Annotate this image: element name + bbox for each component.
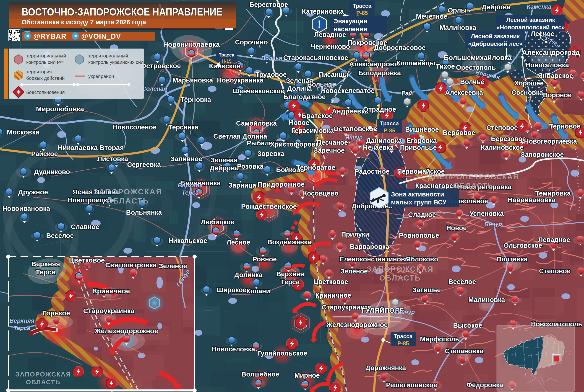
svg-text:малых групп ВСУ: малых групп ВСУ [391, 199, 447, 206]
svg-text:Берестовое: Берестовое [249, 1, 288, 8]
svg-text:Еленоконстантиновка: Еленоконстантиновка [340, 256, 412, 263]
svg-text:Успеновка: Успеновка [469, 210, 504, 217]
svg-text:населения: населения [334, 26, 367, 32]
svg-text:Малиновка: Малиновка [440, 24, 476, 31]
svg-text:Калиновское: Калиновское [481, 144, 523, 151]
svg-text:Верхняя: Верхняя [178, 182, 203, 189]
svg-text:Долинка: Долинка [234, 271, 262, 278]
svg-text:Лесной заказник: Лесной заказник [506, 16, 555, 23]
svg-text:Затишье: Затишье [412, 286, 441, 294]
svg-text:Цветковое: Цветковое [69, 256, 105, 264]
svg-text:Криничное: Криничное [316, 292, 351, 299]
svg-text:Придорожное: Придорожное [257, 180, 305, 188]
svg-text:Гай: Гай [402, 90, 413, 97]
svg-text:Трасса: Трасса [353, 3, 372, 9]
svg-text:Старокасьяновское: Старокасьяновское [283, 54, 348, 61]
svg-text:Левадное: Левадное [538, 236, 570, 244]
svg-text:Черненково: Черненково [311, 43, 350, 50]
svg-text:Терновка: Терновка [180, 96, 211, 103]
svg-text:Лесное: Лесное [226, 238, 250, 246]
svg-text:Терноватое: Терноватое [296, 164, 335, 171]
svg-text:Р-85: Р-85 [397, 340, 409, 346]
svg-text:Березовое: Березовое [491, 135, 526, 142]
svg-text:Богодаровка: Богодаровка [358, 69, 401, 76]
svg-text:@VOIN_DV: @VOIN_DV [81, 32, 121, 40]
svg-text:Орлы: Орлы [448, 6, 467, 14]
svg-text:Весёлое: Весёлое [448, 278, 476, 285]
svg-text:контроль украинских сил: контроль украинских сил [88, 60, 144, 65]
svg-text:Темировка: Темировка [535, 190, 571, 197]
svg-text:Новосоленое: Новосоленое [113, 124, 156, 131]
svg-text:Диброва: Диброва [482, 4, 510, 11]
svg-text:Сергеевка: Сергеевка [127, 161, 161, 168]
svg-text:Коломийцы: Коломийцы [397, 60, 435, 67]
svg-text:Орестополь: Орестополь [456, 64, 496, 71]
svg-text:Новоивановка: Новоивановка [508, 196, 556, 204]
svg-text:Варваровка: Варваровка [350, 243, 389, 250]
svg-text:Новониколаевка: Новониколаевка [163, 40, 220, 48]
svg-text:Степовое: Степовое [486, 124, 518, 131]
svg-text:Сладкое: Сладкое [408, 211, 436, 218]
svg-text:Нечаевка: Нечаевка [363, 144, 394, 151]
svg-text:Никольское: Никольское [168, 237, 207, 244]
svg-text:ЗАПОРОЖСКАЯ: ЗАПОРОЖСКАЯ [15, 371, 71, 378]
svg-text:Диброва: Диброва [210, 164, 238, 172]
svg-text:Волчье: Волчье [460, 78, 484, 86]
svg-text:Марьяновка: Марьяновка [173, 76, 213, 84]
svg-text:территориальный: территориальный [88, 53, 128, 58]
svg-text:Герасимовка: Герасимовка [291, 127, 334, 134]
svg-text:Даниловка: Даниловка [366, 137, 402, 144]
svg-text:Шевченковское: Шевченковское [233, 87, 284, 94]
svg-text:Ровнополье: Ровнополье [399, 232, 439, 239]
svg-text:Н-15: Н-15 [221, 58, 231, 64]
svg-text:Отрадное: Отрадное [363, 106, 396, 113]
svg-text:Мирное: Мирное [294, 372, 320, 379]
svg-text:Зеленая: Зеленая [286, 77, 313, 84]
svg-text:«Дибровский лес»: «Дибровский лес» [468, 40, 522, 47]
svg-text:Благодатное: Благодатное [283, 93, 326, 100]
svg-text:Николаевка Вторая: Николаевка Вторая [58, 144, 124, 151]
svg-text:Эвакуация: Эвакуация [334, 18, 367, 24]
svg-text:ЗАПОРОЖСКАЯ: ЗАПОРОЖСКАЯ [367, 265, 434, 273]
svg-text:Зеленая: Зеленая [210, 156, 237, 164]
svg-text:Терса: Терса [14, 324, 30, 332]
svg-text:Славное: Славное [71, 223, 100, 230]
svg-text:Решетиловское: Решетиловское [386, 381, 437, 388]
svg-text:Косовцево: Косовцево [303, 190, 339, 197]
svg-text:Егоровка: Егоровка [407, 137, 437, 144]
svg-text:Ольговское: Ольговское [503, 242, 542, 249]
svg-text:Зеленое: Зеленое [340, 268, 368, 275]
svg-text:Розовка: Розовка [237, 163, 264, 170]
svg-text:Железнодорожное: Железнодорожное [94, 327, 158, 334]
svg-text:Лесной заказник: Лесной заказник [471, 33, 520, 40]
svg-text:Песчаное: Песчаное [317, 139, 348, 146]
svg-text:Криничное: Криничное [93, 287, 130, 295]
svg-text:Терновое: Терновое [549, 122, 580, 130]
svg-text:Мечетное: Мечетное [416, 13, 447, 20]
svg-text:укрепрайон: укрепрайон [88, 74, 114, 79]
svg-text:Доброспасовое: Доброспасовое [374, 44, 426, 51]
svg-text:территория: территория [26, 69, 52, 74]
svg-text:Трасса: Трасса [380, 120, 399, 126]
svg-text:Новое: Новое [289, 119, 309, 126]
svg-text:Миролюбовка: Миролюбовка [36, 105, 84, 112]
svg-text:ЗАПОРОЖСКАЯ: ЗАПОРОЖСКАЯ [93, 187, 162, 196]
svg-text:Вольнянка: Вольнянка [126, 209, 162, 216]
svg-text:Ровное: Ровное [252, 256, 277, 263]
svg-text:Долина: Долина [287, 85, 312, 92]
svg-text:Верхняя: Верхняя [9, 317, 34, 324]
svg-text:Дорожнянка: Дорожнянка [366, 364, 406, 372]
svg-text:ДНЕПРОПЕТРОВСКАЯ: ДНЕПРОПЕТРОВСКАЯ [428, 172, 519, 181]
svg-text:Р-85: Р-85 [356, 10, 368, 16]
svg-text:Вороное: Вороное [543, 92, 571, 99]
svg-text:Полтавка: Полтавка [497, 256, 528, 263]
svg-text:Тихое: Тихое [436, 63, 455, 70]
svg-text:«Новопавловский лес»: «Новопавловский лес» [496, 24, 565, 31]
svg-text:Копани: Копани [246, 288, 270, 295]
svg-text:Веселое: Веселое [46, 232, 74, 239]
svg-text:Хорошее: Хорошее [514, 80, 544, 87]
svg-text:Сосновка: Сосновка [511, 89, 543, 96]
svg-text:Обстановка к исходу 7 марта 20: Обстановка к исходу 7 марта 2026 года [22, 18, 146, 26]
svg-text:Радостное: Радостное [355, 168, 390, 175]
svg-text:Сорочино: Сорочино [235, 38, 267, 46]
